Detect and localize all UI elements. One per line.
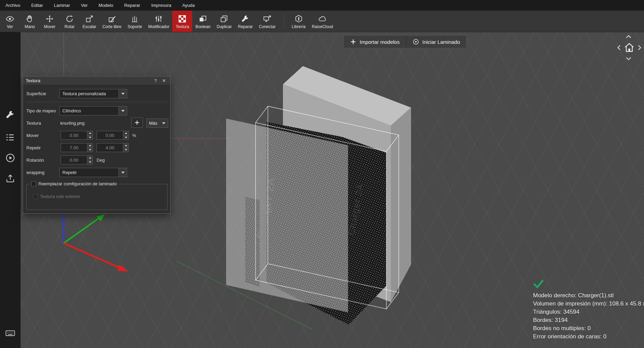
menu-impresora[interactable]: Impresora (146, 0, 177, 11)
mover-y-spinner[interactable]: 0.00 (97, 131, 129, 140)
toolbar-label: Mano (25, 24, 35, 29)
toolbar-item-duplicar[interactable]: Duplicar (213, 11, 235, 32)
toolbar-item-boolean[interactable]: Boolean (192, 11, 213, 32)
wrench-tool-icon[interactable] (5, 110, 15, 120)
toolbar-label: Ver (7, 24, 13, 29)
override-group: Reemplazar comfiguración de laminado Tex… (26, 184, 168, 210)
toolbar-item-soporte[interactable]: Soporte (124, 11, 145, 32)
list-icon[interactable] (5, 132, 15, 142)
repetir-x-spinner[interactable]: 7.00 (61, 143, 93, 152)
spinner-arrows[interactable] (123, 144, 128, 152)
toolbar-label: Soporte (127, 24, 142, 29)
row-repetir: Repetir 7.00 4.00 (23, 143, 170, 152)
close-button[interactable]: ✕ (161, 78, 168, 84)
texture-dialog: Textura ? ✕ Superficie Textura personali… (23, 76, 171, 214)
spinner-arrows[interactable] (123, 131, 128, 139)
spinner-arrows[interactable] (87, 131, 92, 139)
free-cut-icon (108, 14, 116, 23)
rotate-icon (65, 14, 74, 23)
mover-label: Mover (26, 130, 39, 140)
connect-icon (263, 14, 272, 23)
toolbar-item-reparar[interactable]: Reparar (235, 11, 256, 32)
start-slicing-button[interactable]: Iniciar Laminado (406, 36, 466, 48)
toolbar-item-mover[interactable]: Mover (40, 11, 60, 32)
chevron-right-icon[interactable] (635, 43, 644, 52)
chevron-up-icon[interactable] (624, 32, 633, 41)
play-circle-icon[interactable] (5, 153, 15, 163)
wrapping-dropdown[interactable]: Repetir (59, 168, 127, 177)
more-button[interactable]: Más (146, 119, 168, 128)
tipo-mapeo-value: Cilíndrico (60, 107, 119, 115)
left-sidebar (0, 32, 21, 348)
override-checkbox[interactable] (31, 182, 36, 186)
repetir-x-value: 7.00 (61, 144, 87, 152)
toolbar-item-mano[interactable]: Mano (20, 11, 40, 32)
status-line: Bordes no multiples: 0 (533, 324, 644, 333)
plus-icon (350, 38, 357, 45)
hand-icon (25, 14, 34, 23)
import-models-button[interactable]: Importar modelos (344, 36, 406, 48)
toolbar-item-libreria[interactable]: Librería (289, 11, 309, 32)
toolbar-label: Boolean (195, 24, 210, 29)
spinner-arrows[interactable] (87, 144, 92, 152)
toolbar-item-raisecloud[interactable]: RaiseCloud (309, 11, 336, 32)
toolbar-divider (284, 14, 284, 28)
toolbar-label: Modificador (148, 24, 169, 29)
toolbar-label: Textura (176, 24, 189, 29)
row-rotacion: Rotación 0.00 Deg (23, 155, 170, 165)
move-arrows-icon (45, 14, 54, 23)
status-line: Modelo derecho: Charger(1).stl (533, 291, 644, 300)
chevron-down-icon[interactable] (119, 107, 127, 115)
repetir-y-spinner[interactable]: 4.00 (97, 143, 129, 152)
wrapping-label: wrapping (26, 167, 45, 177)
toolbar-item-modificador[interactable]: Modificador (145, 11, 172, 32)
row-tipo-mapeo: Tipo de mapeo Cilíndrico (23, 106, 170, 115)
repetir-y-value: 4.00 (97, 144, 123, 152)
tipo-mapeo-label: Tipo de mapeo (26, 106, 56, 115)
menu-archivo[interactable]: Archivo (0, 0, 26, 11)
toolbar-item-conectar[interactable]: Conectar (256, 11, 279, 32)
chevron-down-icon[interactable] (119, 89, 127, 98)
toolbar-item-textura[interactable]: Textura (172, 11, 192, 32)
menu-bar: Archivo Editar Laminar Ver Modelo Repara… (0, 0, 644, 11)
menu-modelo[interactable]: Modelo (93, 0, 119, 11)
menu-ayuda[interactable]: Ayuda (177, 0, 200, 11)
chevron-left-icon[interactable] (615, 43, 623, 52)
toolbar-label: Librería (292, 24, 306, 29)
mover-x-spinner[interactable]: 0.00 (61, 131, 93, 140)
upload-icon[interactable] (5, 173, 15, 184)
tipo-mapeo-dropdown[interactable]: Cilíndrico (59, 106, 127, 115)
start-slicing-label: Iniciar Laminado (422, 39, 460, 45)
import-models-label: Importar modelos (360, 39, 400, 45)
dialog-title-bar[interactable]: Textura ? ✕ (23, 76, 170, 85)
add-texture-button[interactable] (131, 117, 143, 128)
row-mover: Mover 0.00 0.00 % (23, 130, 170, 140)
toolbar-item-corte-libre[interactable]: Corte libre (99, 11, 124, 32)
menu-editar[interactable]: Editar (26, 0, 48, 11)
home-icon[interactable] (623, 42, 635, 53)
superficie-dropdown[interactable]: Textura personalizada (59, 89, 127, 98)
toolbar-item-escalar[interactable]: Escalar (79, 11, 99, 32)
chevron-down-icon[interactable] (624, 54, 633, 63)
chevron-down-icon[interactable] (119, 168, 127, 177)
spinner-arrows[interactable] (87, 156, 92, 164)
chevron-down-icon (162, 122, 165, 124)
help-button[interactable]: ? (152, 78, 159, 84)
menu-reparar[interactable]: Reparar (119, 0, 146, 11)
toolbar-item-ver[interactable]: Ver (0, 11, 20, 32)
toolbar-label: Escalar (83, 24, 96, 29)
exterior-only-checkbox[interactable] (33, 194, 38, 199)
status-line: Bordes: 3194 (533, 316, 644, 324)
menu-laminar[interactable]: Laminar (48, 0, 75, 11)
row-textura: Textura knurling.png Más (23, 118, 170, 128)
keyboard-icon[interactable] (5, 327, 16, 338)
wrapping-value: Repetir (60, 168, 119, 177)
toolbar-label: Corte libre (102, 24, 121, 29)
cloud-icon (318, 14, 327, 23)
scale-icon (85, 14, 94, 23)
rotacion-label: Rotación (26, 155, 44, 165)
rotacion-spinner[interactable]: 0.00 (61, 156, 93, 164)
menu-ver[interactable]: Ver (75, 0, 93, 11)
toolbar-item-rotar[interactable]: Rotar (60, 11, 79, 32)
boolean-icon (198, 14, 207, 23)
